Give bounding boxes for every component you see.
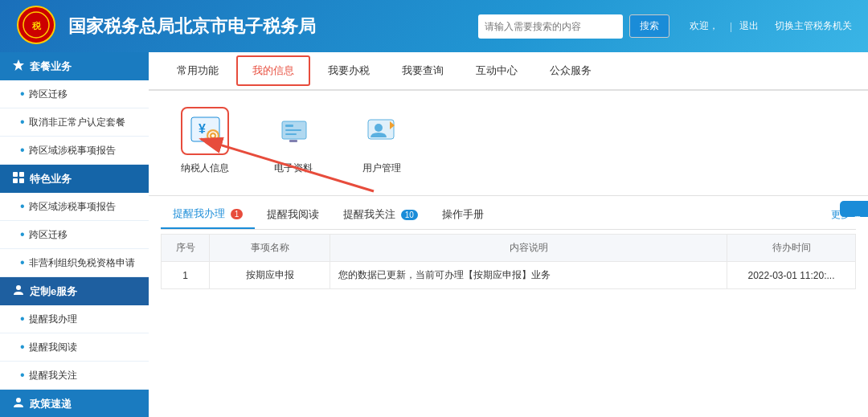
sidebar-item-remind-handle[interactable]: 提醒我办理 (0, 305, 149, 333)
bottom-tabs: 提醒我办理 1 提醒我阅读 提醒我关注 10 操作手册 更多> (161, 196, 856, 230)
svg-marker-3 (13, 59, 24, 71)
table-row: 1 按期应申报 您的数据已更新，当前可办理【按期应申报】业务 2022-03-0… (162, 262, 856, 289)
icon-grid: ¥ 纳税人信息 (149, 91, 868, 195)
sidebar-item-cross-tax2[interactable]: 跨区域涉税事项报告 (0, 193, 149, 221)
tab-remind-follow[interactable]: 提醒我关注 10 (331, 201, 430, 228)
col-seq: 序号 (162, 235, 210, 262)
sidebar-item-remind-follow[interactable]: 提醒我关注 (0, 362, 149, 390)
col-name: 事项名称 (210, 235, 330, 262)
col-desc: 内容说明 (330, 235, 727, 262)
sidebar-item-nonprofit[interactable]: 非营利组织免税资格申请 (0, 249, 149, 277)
header-search-area: 搜索 (478, 14, 669, 39)
bottom-section: 提醒我办理 1 提醒我阅读 提醒我关注 10 操作手册 更多> (149, 195, 868, 417)
person-icon (12, 284, 25, 299)
taxpayer-icon-box: ¥ (181, 107, 229, 155)
content-area: 常用功能 我的信息 我要办税 我要查询 互动中心 公众服务 ¥ (149, 52, 868, 417)
header: 税 国家税务总局北京市电子税务局 搜索 欢迎， | 退出 切换主管税务机关 (0, 0, 868, 52)
header-user-area: 欢迎， | 退出 (690, 19, 759, 33)
svg-point-8 (16, 285, 21, 290)
sidebar-item-cancel-abnormal[interactable]: 取消非正常户认定套餐 (0, 108, 149, 137)
svg-text:税: 税 (31, 21, 42, 31)
tab-handle[interactable]: 我要办税 (312, 54, 386, 88)
icon-electronic-docs[interactable]: 电子资料 (261, 107, 326, 175)
main-layout: 套餐业务 跨区迁移 取消非正常户认定套餐 跨区域涉税事项报告 特色业务 跨区域涉… (0, 52, 868, 417)
tab-remind-read[interactable]: 提醒我阅读 (255, 201, 331, 228)
cell-name: 按期应申报 (210, 262, 330, 289)
icon-user-management[interactable]: 用户管理 (350, 107, 414, 175)
search-input[interactable] (478, 14, 623, 39)
electronic-icon-box (269, 107, 317, 155)
tab-operation-manual[interactable]: 操作手册 (430, 201, 496, 228)
tab-remind-handle[interactable]: 提醒我办理 1 (161, 200, 255, 229)
star-icon (12, 59, 25, 74)
logout-link[interactable]: 退出 (739, 19, 759, 33)
tab-common[interactable]: 常用功能 (161, 54, 235, 88)
sidebar-section-label-custom: 定制e服务 (30, 284, 77, 299)
user-management-label: 用户管理 (362, 161, 401, 175)
cell-time: 2022-03-01 11:20:... (727, 262, 856, 289)
sidebar-section-policy[interactable]: 政策速递 (0, 390, 149, 417)
switch-org[interactable]: 切换主管税务机关 (775, 19, 852, 33)
sidebar-section-label-special: 特色业务 (30, 172, 72, 186)
svg-rect-5 (19, 172, 24, 177)
svg-point-22 (375, 124, 383, 132)
sidebar-section-special[interactable]: 特色业务 (0, 165, 149, 193)
col-time: 待办时间 (727, 235, 856, 262)
svg-rect-17 (285, 125, 293, 127)
cell-seq: 1 (162, 262, 210, 289)
sidebar-item-cross-tax1[interactable]: 跨区域涉税事项报告 (0, 137, 149, 165)
tab-query[interactable]: 我要查询 (386, 54, 460, 88)
icon-taxpayer-info[interactable]: ¥ 纳税人信息 (173, 107, 237, 175)
table-header-row: 序号 事项名称 内容说明 待办时间 (162, 235, 856, 262)
svg-point-9 (16, 398, 21, 403)
logo: 税 (16, 5, 56, 47)
sidebar-item-remind-read[interactable]: 提醒我阅读 (0, 333, 149, 362)
divider: | (730, 21, 732, 32)
sidebar-item-cross-migrate2[interactable]: 跨区迁移 (0, 221, 149, 249)
svg-rect-6 (13, 178, 18, 183)
tab-myinfo[interactable]: 我的信息 (236, 55, 310, 86)
svg-rect-20 (289, 140, 297, 142)
data-table: 序号 事项名称 内容说明 待办时间 1 按期应申报 您的数据已更新，当前可办理【… (161, 234, 856, 289)
svg-text:¥: ¥ (199, 122, 206, 136)
header-title: 国家税务总局北京市电子税务局 (68, 14, 466, 39)
arrow-annotation (149, 91, 868, 195)
search-button[interactable]: 搜索 (629, 14, 669, 38)
svg-rect-4 (13, 172, 18, 177)
tab-public[interactable]: 公众服务 (534, 54, 608, 88)
sidebar-item-cross-migrate1[interactable]: 跨区迁移 (0, 80, 149, 108)
welcome-text: 欢迎， (690, 19, 719, 33)
tab-interact[interactable]: 互动中心 (460, 54, 534, 88)
person2-icon (12, 396, 25, 411)
grid-icon (12, 171, 25, 186)
sidebar-section-label-package: 套餐业务 (30, 59, 72, 74)
top-nav: 常用功能 我的信息 我要办税 我要查询 互动中心 公众服务 (149, 52, 868, 91)
right-assistant[interactable]: 在线导办 (840, 201, 868, 217)
sidebar-section-custom[interactable]: 定制e服务 (0, 277, 149, 305)
user-mgmt-icon-box (358, 107, 406, 155)
sidebar-section-label-policy: 政策速递 (30, 397, 72, 411)
badge-remind-handle: 1 (231, 209, 244, 219)
taxpayer-info-label: 纳税人信息 (181, 161, 229, 175)
electronic-docs-label: 电子资料 (274, 161, 313, 175)
sidebar-section-package[interactable]: 套餐业务 (0, 52, 149, 80)
cell-desc: 您的数据已更新，当前可办理【按期应申报】业务 (330, 262, 727, 289)
svg-rect-7 (19, 178, 24, 183)
svg-rect-19 (285, 133, 297, 135)
badge-remind-follow: 10 (401, 210, 418, 220)
svg-rect-18 (285, 129, 301, 131)
sidebar: 套餐业务 跨区迁移 取消非正常户认定套餐 跨区域涉税事项报告 特色业务 跨区域涉… (0, 52, 149, 417)
